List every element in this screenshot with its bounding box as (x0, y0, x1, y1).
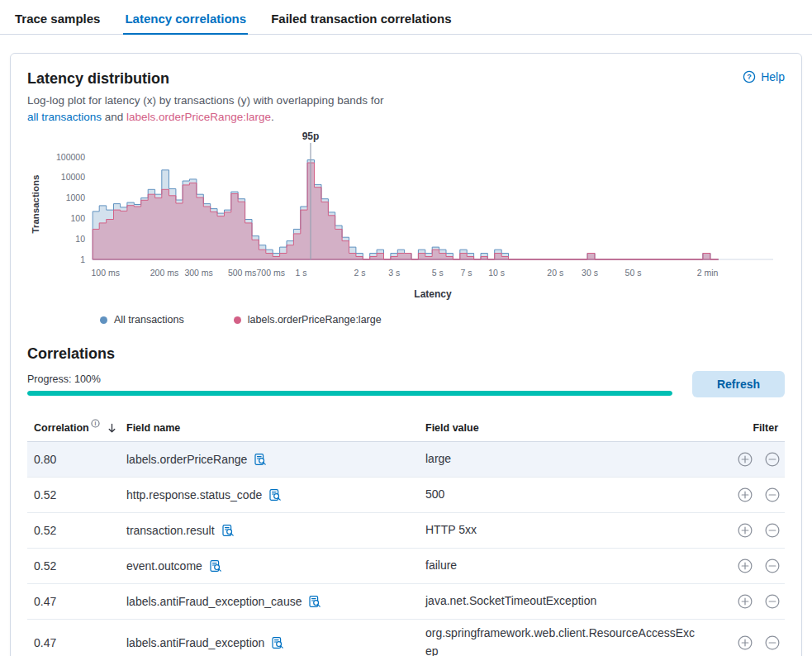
correlations-table-header: Correlation i Field name Field value Fil… (27, 414, 785, 442)
y-tick-label: 100000 (56, 152, 85, 162)
y-axis-title: Transactions (31, 175, 40, 234)
correlation-value: 0.52 (27, 488, 126, 502)
field-name: labels.antiFraud_exception_cause (126, 595, 302, 608)
field-name: labels.antiFraud_exception (126, 636, 264, 649)
y-tick-label: 100 (70, 213, 85, 223)
correlation-value: 0.52 (27, 559, 126, 573)
chart-description: Log-log plot for latency (x) by transact… (27, 93, 785, 126)
series-label-text: labels.orderPriceRange:large (126, 111, 271, 123)
table-row[interactable]: 0.52 event.outcome failure (27, 549, 785, 584)
field-value: HTTP 5xx (425, 521, 710, 540)
plus-in-circle-icon[interactable] (738, 559, 753, 573)
legend-dot-order-price-range (234, 316, 241, 324)
column-header-field-value[interactable]: Field value (425, 422, 710, 434)
magnifier-list-icon[interactable] (254, 453, 267, 466)
series-order-price-range-large (93, 163, 719, 259)
field-value: org.springframework.web.client.ResourceA… (425, 625, 710, 656)
correlations-table-body: 0.80 labels.orderPriceRange large (27, 442, 785, 656)
x-tick-label: 7 s (460, 268, 472, 278)
column-header-field-name[interactable]: Field name (126, 422, 425, 434)
field-name: event.outcome (126, 559, 202, 573)
x-tick-label: 2 s (354, 268, 366, 278)
refresh-button[interactable]: Refresh (692, 371, 785, 397)
description-and: and (102, 111, 126, 123)
x-tick-label: 5 s (432, 268, 444, 278)
minus-in-circle-icon[interactable] (765, 523, 780, 538)
legend-dot-all-transactions (100, 316, 107, 324)
svg-text:?: ? (747, 73, 752, 81)
minus-in-circle-icon[interactable] (765, 452, 780, 467)
latency-distribution-chart[interactable]: 110100100010000100000100 ms200 ms300 ms5… (27, 131, 785, 302)
magnifier-list-icon[interactable] (221, 524, 235, 537)
minus-in-circle-icon[interactable] (765, 487, 780, 502)
percentile-annotation-label: 95p (302, 131, 320, 142)
description-period: . (271, 111, 274, 123)
tab-latency-correlations[interactable]: Latency correlations (123, 7, 248, 35)
progress-label: Progress: 100% (27, 373, 672, 385)
tab-trace-samples[interactable]: Trace samples (13, 7, 102, 34)
help-label: Help (761, 70, 785, 83)
x-axis-title: Latency (414, 288, 452, 300)
correlation-value: 0.47 (27, 636, 126, 649)
x-tick-label: 1 s (295, 268, 306, 278)
magnifier-list-icon[interactable] (209, 559, 222, 573)
x-tick-label: 200 ms (150, 268, 178, 278)
field-value: large (425, 450, 710, 468)
svg-text:i: i (94, 421, 96, 426)
x-tick-label: 30 s (582, 268, 598, 278)
magnifier-list-icon[interactable] (271, 636, 284, 649)
question-in-circle-icon: ? (743, 70, 756, 83)
sort-descending-icon[interactable] (106, 422, 118, 435)
column-header-correlation[interactable]: Correlation i (27, 421, 126, 434)
table-row[interactable]: 0.80 labels.orderPriceRange large (27, 442, 785, 478)
field-value: failure (425, 557, 710, 575)
legend-label-order-price-range: labels.orderPriceRange:large (248, 314, 382, 326)
table-row[interactable]: 0.47 labels.antiFraud_exception_cause ja… (27, 584, 785, 620)
tab-bar: Trace samples Latency correlations Faile… (0, 0, 812, 35)
correlations-title: Correlations (27, 345, 785, 363)
progress-section: Progress: 100% Refresh (27, 371, 785, 397)
field-name: labels.orderPriceRange (126, 453, 247, 466)
correlation-value: 0.80 (27, 453, 126, 466)
table-row[interactable]: 0.52 transaction.result HTTP 5xx (27, 513, 785, 549)
legend-item-all-transactions[interactable]: All transactions (100, 314, 184, 326)
info-in-circle-icon[interactable]: i (91, 419, 100, 428)
y-tick-label: 10 (75, 234, 85, 244)
x-tick-label: 2 min (697, 268, 719, 278)
plus-in-circle-icon[interactable] (738, 523, 753, 538)
x-tick-label: 100 ms (91, 268, 119, 278)
column-header-correlation-label: Correlation (34, 422, 89, 434)
panel-title: Latency distribution (27, 70, 169, 88)
legend-item-order-price-range[interactable]: labels.orderPriceRange:large (234, 314, 382, 326)
plus-in-circle-icon[interactable] (738, 594, 753, 609)
x-tick-label: 3 s (388, 268, 400, 278)
correlations-table: Correlation i Field name Field value Fil… (27, 414, 785, 656)
correlation-value: 0.47 (27, 595, 126, 608)
correlation-value: 0.52 (27, 524, 126, 537)
magnifier-list-icon[interactable] (268, 488, 282, 502)
field-name: http.response.status_code (126, 488, 262, 502)
field-value: java.net.SocketTimeoutException (425, 592, 710, 611)
tab-failed-transaction-correlations[interactable]: Failed transaction correlations (269, 7, 453, 34)
minus-in-circle-icon[interactable] (765, 635, 780, 650)
table-row[interactable]: 0.52 http.response.status_code 500 (27, 478, 785, 513)
help-link[interactable]: ? Help (743, 70, 785, 83)
field-name: transaction.result (126, 524, 215, 537)
plus-in-circle-icon[interactable] (738, 635, 753, 650)
progress-bar-fill (27, 391, 672, 396)
legend-label-all-transactions: All transactions (114, 314, 184, 326)
minus-in-circle-icon[interactable] (765, 594, 780, 609)
all-transactions-link[interactable]: all transactions (27, 111, 102, 123)
x-tick-label: 20 s (547, 268, 563, 278)
magnifier-list-icon[interactable] (308, 595, 321, 608)
x-tick-label: 300 ms (184, 268, 212, 278)
latency-distribution-chart-container[interactable]: 110100100010000100000100 ms200 ms300 ms5… (27, 131, 785, 306)
latency-correlations-panel: Latency distribution ? Help Log-log plot… (10, 53, 802, 656)
plus-in-circle-icon[interactable] (738, 487, 753, 502)
progress-bar (27, 391, 672, 396)
plus-in-circle-icon[interactable] (738, 452, 753, 467)
table-row[interactable]: 0.47 labels.antiFraud_exception org.spri… (27, 620, 785, 656)
y-tick-label: 1000 (66, 193, 86, 202)
minus-in-circle-icon[interactable] (765, 559, 780, 573)
column-header-filter: Filter (710, 422, 785, 434)
